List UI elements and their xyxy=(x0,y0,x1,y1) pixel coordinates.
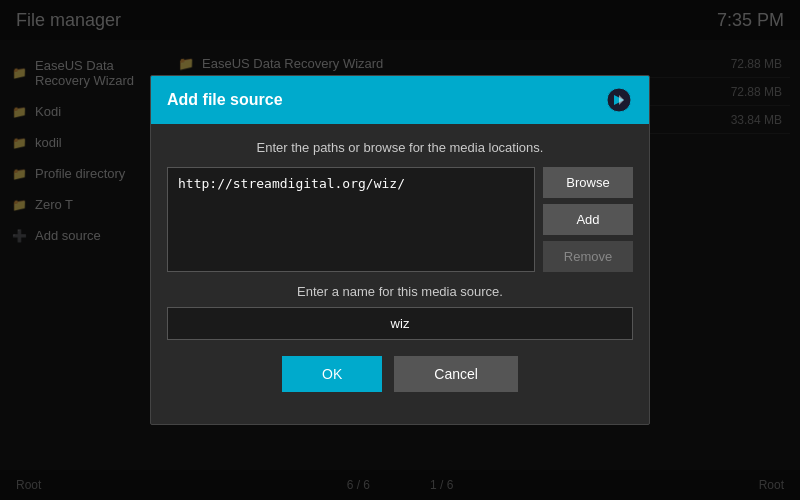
dialog-overlay: Add file source Enter the paths or brows… xyxy=(0,0,800,500)
dialog-body: Enter the paths or browse for the media … xyxy=(151,124,649,424)
add-file-source-dialog: Add file source Enter the paths or brows… xyxy=(150,75,650,425)
dialog-header: Add file source xyxy=(151,76,649,124)
kodi-logo xyxy=(605,86,633,114)
dialog-path-area: http://streamdigital.org/wiz/ Browse Add… xyxy=(167,167,633,272)
ok-button[interactable]: OK xyxy=(282,356,382,392)
path-input[interactable]: http://streamdigital.org/wiz/ xyxy=(167,167,535,272)
dialog-instruction: Enter the paths or browse for the media … xyxy=(167,140,633,155)
kodi-icon xyxy=(606,87,632,113)
remove-button[interactable]: Remove xyxy=(543,241,633,272)
dialog-title: Add file source xyxy=(167,91,283,109)
cancel-button[interactable]: Cancel xyxy=(394,356,518,392)
browse-button[interactable]: Browse xyxy=(543,167,633,198)
add-button[interactable]: Add xyxy=(543,204,633,235)
dialog-footer: OK Cancel xyxy=(167,356,633,408)
name-label: Enter a name for this media source. xyxy=(167,284,633,299)
media-source-name-input[interactable] xyxy=(167,307,633,340)
dialog-action-buttons: Browse Add Remove xyxy=(543,167,633,272)
